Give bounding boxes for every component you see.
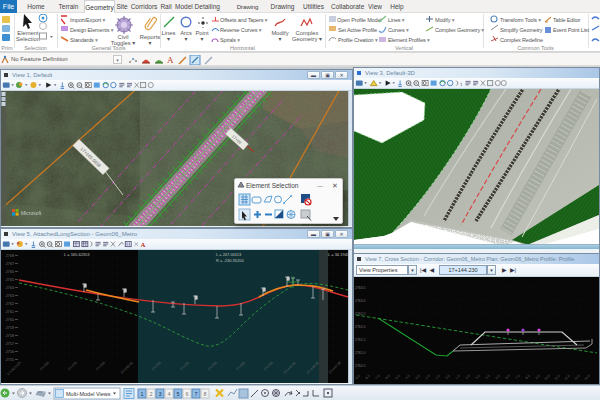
svg-text:2761: 2761	[6, 310, 14, 314]
svg-text:—: —	[317, 183, 323, 189]
svg-text:17+000.423: 17+000.423	[6, 361, 21, 376]
svg-text:2762.0: 2762.0	[355, 325, 365, 329]
svg-text:2766: 2766	[6, 270, 14, 274]
svg-text:t: t	[460, 81, 462, 87]
svg-text:Microsoft: Microsoft	[21, 210, 42, 216]
svg-text:2760.5: 2760.5	[355, 364, 365, 368]
svg-text:✕: ✕	[332, 182, 338, 189]
svg-text:-7.0: -7.0	[374, 374, 381, 381]
svg-text:5: 5	[176, 391, 179, 397]
svg-text:2755: 2755	[6, 358, 14, 362]
svg-text:9.0: 9.0	[535, 374, 541, 380]
svg-text:2.0: 2.0	[465, 374, 471, 380]
svg-text:2759: 2759	[6, 326, 14, 330]
svg-text:-1.0: -1.0	[434, 374, 441, 381]
svg-text:1.0: 1.0	[455, 374, 461, 380]
svg-text:3: 3	[158, 391, 161, 397]
svg-text:10.0: 10.0	[543, 374, 550, 381]
svg-text:Multi-Model Views: Multi-Model Views	[66, 391, 111, 397]
svg-text:2760: 2760	[6, 318, 14, 322]
svg-text:2756: 2756	[6, 350, 14, 354]
svg-text:0.0: 0.0	[445, 374, 451, 380]
svg-text:17+100: 17+100	[67, 361, 78, 372]
svg-text:R = -230.35200: R = -230.35200	[216, 258, 244, 263]
svg-text:6.0: 6.0	[505, 374, 511, 380]
svg-text:2757: 2757	[6, 342, 14, 346]
svg-text:-2.0: -2.0	[424, 374, 431, 381]
svg-text:6: 6	[185, 391, 188, 397]
svg-text:-6.0: -6.0	[384, 374, 391, 381]
svg-text:L = 247.00113: L = 247.00113	[216, 252, 242, 257]
svg-text:2763.0: 2763.0	[355, 299, 365, 303]
svg-text:17+150: 17+150	[95, 361, 106, 372]
svg-text:A: A	[141, 241, 146, 248]
svg-text:4.0: 4.0	[485, 374, 491, 380]
svg-text:5.0: 5.0	[495, 374, 501, 380]
svg-text:8: 8	[203, 391, 206, 397]
svg-text:3.0: 3.0	[475, 374, 481, 380]
svg-text:2761.0: 2761.0	[355, 351, 365, 355]
svg-text:2768: 2768	[6, 254, 14, 258]
svg-text:2: 2	[149, 391, 152, 397]
svg-text:4: 4	[167, 391, 170, 397]
svg-text:-8.0: -8.0	[364, 374, 371, 381]
svg-text:2763: 2763	[6, 294, 14, 298]
svg-text:A: A	[167, 55, 174, 65]
svg-text:1: 1	[140, 391, 143, 397]
svg-text:14.0: 14.0	[583, 374, 590, 381]
svg-text:7.0: 7.0	[515, 374, 521, 380]
svg-text:13.0: 13.0	[573, 374, 580, 381]
svg-text:-3.0: -3.0	[414, 374, 421, 381]
svg-text:17+165.62: 17+165.62	[120, 361, 134, 375]
svg-text:2763.5: 2763.5	[355, 286, 365, 290]
svg-text:-5.0: -5.0	[394, 374, 401, 381]
svg-text:-4.0: -4.0	[404, 374, 411, 381]
svg-text:2758: 2758	[6, 334, 14, 338]
svg-text:2765: 2765	[6, 278, 14, 282]
svg-text:17+447.68: 17+447.68	[328, 361, 342, 375]
svg-text:L = 165.62353: L = 165.62353	[64, 252, 90, 257]
svg-text:2762: 2762	[6, 302, 14, 306]
svg-text:2764: 2764	[6, 286, 14, 290]
svg-text:7: 7	[194, 391, 197, 397]
svg-text:17+050: 17+050	[39, 361, 50, 372]
svg-text:2761.5: 2761.5	[355, 338, 365, 342]
svg-text:-9.0: -9.0	[354, 374, 361, 381]
svg-text:11.0: 11.0	[554, 374, 561, 381]
svg-text:8.0: 8.0	[525, 374, 531, 380]
svg-text:Element Selection: Element Selection	[246, 182, 299, 189]
svg-text:12.0: 12.0	[563, 374, 570, 381]
svg-text:2767: 2767	[6, 262, 14, 266]
